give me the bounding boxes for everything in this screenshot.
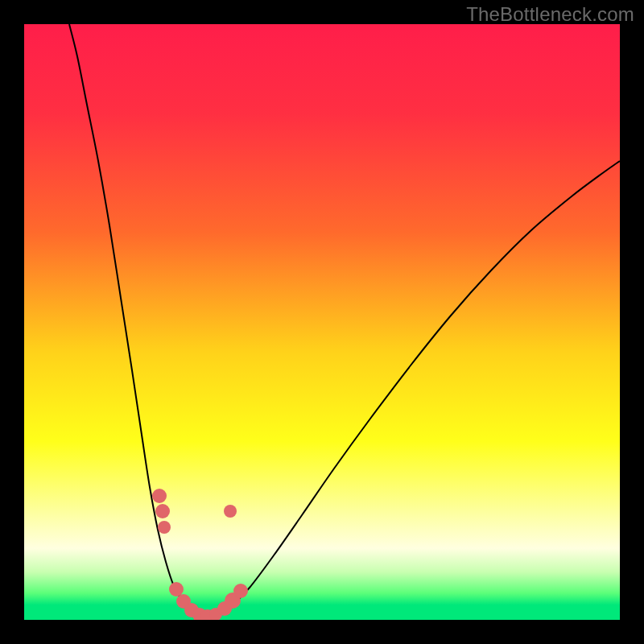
data-marker [169,582,184,597]
data-marker [233,584,248,598]
data-marker [152,489,167,503]
data-marker [155,504,170,518]
chart-svg [24,24,620,620]
data-marker [158,521,171,534]
plot-area [24,24,620,620]
watermark-text: TheBottleneck.com [466,3,634,26]
data-marker [224,505,237,518]
gradient-background [24,24,620,620]
outer-frame: TheBottleneck.com [0,0,644,644]
